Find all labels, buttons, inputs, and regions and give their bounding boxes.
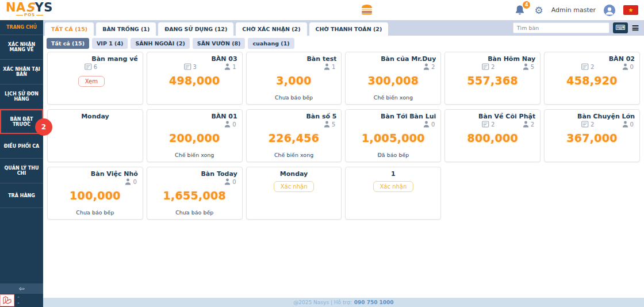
table-amount: 300,008 [350,74,436,87]
user-name[interactable]: Admin master [551,6,596,14]
guest-count-value: 0 [630,64,634,70]
table-card[interactable]: Bàn Chuyện Lớn 2 0 367,000 [544,109,640,162]
person-icon [622,63,628,70]
sidebar-item[interactable]: LỊCH SỬ ĐƠN HÀNG [0,85,43,109]
table-card[interactable]: Bàn Việc Nhỏ 0 100,000 Chưa báo bếp [47,167,143,220]
order-count: 2 [482,63,494,70]
status-tab[interactable]: TẤT CẢ (15) [45,22,94,36]
guest-count: 0 [224,178,236,185]
debugbar-resize-icons[interactable]: ⌃⌄ [17,297,20,305]
area-filter-chip[interactable]: SÂN VƯỜN (8) [193,38,246,49]
table-amount: 1,655,008 [152,189,237,202]
table-name: Bàn Chuyện Lớn [549,113,635,120]
status-tab[interactable]: BÀN TRỐNG (1) [96,22,156,36]
sidebar-collapse-button[interactable]: ⇦ [0,283,43,294]
table-amount: 800,000 [450,132,535,144]
laravel-debugbar-icon[interactable] [0,294,14,306]
table-card[interactable]: Bàn số 5 5 226,456 Chế biến xong [246,109,342,162]
area-filter-chip[interactable]: SẢNH NGOÀI (2) [131,38,189,49]
status-tab-label: ĐANG SỬ DỤNG (12) [164,26,227,32]
area-filter-bar: Tất cả (15) VIP 1 (4) SẢNH NGOÀI (2) SÂN… [43,36,644,51]
sidebar-item[interactable]: XÁC NHẬN MANG VỀ [0,35,43,60]
table-stats: 0 [52,178,138,187]
guest-count: 2 [423,63,435,70]
virtual-keyboard-button[interactable]: ⌨ [613,22,628,33]
table-stats: 0 [152,178,237,187]
table-card[interactable]: BÀN 03 3 1 498,000 [147,52,243,105]
person-icon [125,178,131,185]
guest-count: 0 [622,63,634,70]
search-input[interactable] [513,22,610,33]
table-name: Bàn của Mr.Duy [350,55,436,63]
status-tab[interactable]: ĐANG SỬ DỤNG (12) [158,22,233,36]
table-card[interactable]: Bàn test 1 3,000 Chưa báo bếp [246,52,342,105]
sidebar-item[interactable]: TRẢ HÀNG [0,183,43,208]
table-card[interactable]: Bàn Về Cõi Phật 2 2 800,000 [444,109,540,162]
table-card[interactable]: 1 Xác nhận [345,167,441,220]
status-tab-label: CHỜ XÁC NHẬN (2) [242,26,300,32]
guest-count-value: 2 [531,121,534,128]
table-stats: 2 2 [450,121,535,130]
table-card[interactable]: Monday Xác nhận [246,167,342,220]
sidebar-item[interactable]: QUẢN LÝ THU CHI [0,159,43,183]
notifications-bell-icon[interactable]: 4 [515,5,526,16]
area-filter-chip[interactable]: cuahang (1) [248,38,294,49]
table-name: Bàn Việc Nhỏ [52,170,138,178]
order-count-value: 6 [94,64,97,70]
status-tab-label: CHỜ THANH TOÁN (2) [316,26,382,32]
table-card[interactable]: BÀN 02 2 0 458,920 [544,52,640,105]
area-filter-label: VIP 1 (4) [97,40,123,47]
card-action-button[interactable]: Xác nhận [274,181,315,192]
table-name: 1 [350,170,436,178]
table-card[interactable]: Bàn mang về 6 Xem [47,52,143,105]
sidebar-items: TRANG CHỦ XÁC NHẬN MANG VỀ XÁC NHẬN TẠI … [0,20,43,283]
table-name: Bàn số 5 [251,113,337,120]
table-card[interactable]: BÀN 01 0 200,000 Chế biến xong [147,109,243,162]
table-stats: 2 5 [450,63,535,72]
area-filter-chip[interactable]: VIP 1 (4) [92,38,128,49]
user-avatar[interactable] [604,5,615,16]
table-name: Bàn Về Cõi Phật [450,113,535,120]
guest-count-value: 0 [133,179,136,185]
card-action-button[interactable]: Xác nhận [373,181,414,192]
guest-count-value: 0 [431,121,435,128]
table-name: Bàn mang về [52,55,138,63]
order-count-value: 2 [491,64,494,70]
card-action-button[interactable]: Xem [78,76,105,87]
person-icon [523,63,529,70]
receipt-icon [85,63,92,70]
collapse-arrow-icon: ⇦ [18,285,24,293]
kitchen-status: Chế biến xong [147,152,242,158]
table-amount: 458,920 [549,74,635,87]
table-name: Bàn Hôm Nay [450,55,535,63]
status-tab[interactable]: CHỜ XÁC NHẬN (2) [236,22,306,36]
status-tab[interactable]: CHỜ THANH TOÁN (2) [309,22,389,36]
area-filter-chip[interactable]: Tất cả (15) [47,38,89,49]
table-card[interactable]: Bàn Hôm Nay 2 5 557,368 [444,52,540,105]
table-amount: 200,000 [152,132,237,144]
area-filter-label: cuahang (1) [252,40,289,47]
kitchen-status: Chế biến xong [346,94,440,101]
table-name: Monday [52,113,138,120]
table-card[interactable]: Bàn Today 0 1,655,008 Chưa báo bếp [147,167,243,220]
table-name: BÀN 03 [152,55,237,63]
table-amount: 3,000 [251,74,337,87]
table-card[interactable]: Bàn Tới Bàn Lui 0 1,005,000 Đã báo bếp [345,109,441,162]
table-card[interactable]: Bàn của Mr.Duy 2 300,008 Chế biến xong [345,52,441,105]
guest-count: 0 [224,121,236,128]
layout-menu-icon[interactable]: ≡ [631,22,639,33]
area-filter-label: SẢNH NGOÀI (2) [135,40,185,47]
sidebar-item[interactable]: TRANG CHỦ [0,20,43,35]
kitchen-status: Đã báo bếp [346,152,440,158]
table-name: BÀN 02 [549,55,635,63]
table-status-tabbar: TẤT CẢ (15) BÀN TRỐNG (1) ĐANG SỬ DỤNG (… [43,20,644,36]
sidebar-item[interactable]: ĐIỀU PHỐI CA [0,134,43,159]
sidebar-item-label: ĐIỀU PHỐI CA [4,144,40,149]
guest-count-value: 1 [332,64,335,70]
footer: @2025 Nasys | Hỗ trợ: 090 750 1000 [43,298,644,307]
table-card[interactable]: Monday [47,109,143,162]
card-action-row: Xác nhận [251,180,337,192]
settings-gear-icon[interactable]: ⚙ [534,5,543,16]
sidebar-item[interactable]: XÁC NHẬN TẠI BÀN [0,60,43,85]
language-flag-vietnam[interactable]: ★ [623,5,638,15]
